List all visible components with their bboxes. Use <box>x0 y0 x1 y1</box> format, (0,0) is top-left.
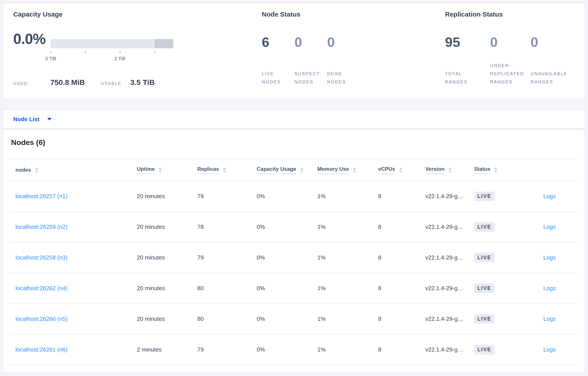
node-status-section: Node Status 6 LIVE NODES 0 SUSPECT NODES… <box>262 10 416 86</box>
sort-arrows-icon[interactable] <box>353 167 356 173</box>
uptime-cell: 20 minutes <box>137 254 197 261</box>
stat-value: 0 <box>531 35 538 49</box>
replicas-cell: 80 <box>197 315 257 322</box>
uptime-cell: 20 minutes <box>137 285 197 292</box>
node-address-link[interactable]: localhost:26258 (n3) <box>15 254 68 261</box>
capacity-usage-section: Capacity Usage 0.0% 0 TiB 2 TiB USED 750… <box>13 10 245 94</box>
memory-use-cell: 1% <box>317 315 378 322</box>
sort-arrows-icon[interactable] <box>300 167 303 173</box>
column-header-replicas[interactable]: Replicas <box>197 166 257 174</box>
node-address-link[interactable]: localhost:26260 (n5) <box>15 315 68 322</box>
capacity-usage-cell: 0% <box>257 254 317 261</box>
vcpus-cell: 8 <box>378 315 425 322</box>
logs-link[interactable]: Logs <box>543 285 556 292</box>
table-row: localhost:26261 (n6) 2 minutes 79 0% 1% … <box>9 334 579 365</box>
memory-use-cell: 1% <box>317 285 378 292</box>
uptime-cell: 20 minutes <box>137 315 197 322</box>
capacity-usage-cell: 0% <box>257 315 317 322</box>
stat-label: UNAVAILABLE RANGES <box>531 70 567 86</box>
capacity-usage-bar-chart: 0 TiB 2 TiB <box>51 39 173 70</box>
summary-stat: 6 LIVE NODES <box>262 35 294 86</box>
stat-label: SUSPECT NODES <box>294 70 320 86</box>
version-cell: v22.1.4-29-g… <box>425 315 474 322</box>
cluster-overview-page: Capacity Usage 0.0% 0 TiB 2 TiB USED 750… <box>0 0 588 376</box>
sort-arrows-icon[interactable] <box>494 167 497 173</box>
nodes-table-panel: Nodes (6) nodes Uptime Replicas Capacity… <box>3 129 585 373</box>
capacity-usage-cell: 0% <box>257 193 317 200</box>
sort-arrows-icon[interactable] <box>399 167 402 173</box>
summary-stat: 0 UNDER-REPLICATED RANGES <box>490 35 531 86</box>
column-header-capacity-usage[interactable]: Capacity Usage <box>257 166 317 174</box>
logs-link[interactable]: Logs <box>543 346 556 353</box>
replication-status-title: Replication Status <box>445 10 582 18</box>
memory-use-cell: 1% <box>317 346 378 353</box>
summary-stat: 0 DEAD NODES <box>327 35 360 86</box>
logs-link[interactable]: Logs <box>543 254 556 261</box>
column-header-status[interactable]: Status <box>474 166 521 174</box>
stat-label: LIVE NODES <box>262 70 281 86</box>
replication-status-section: Replication Status 95 TOTAL RANGES 0 UND… <box>445 10 582 86</box>
summary-stat: 95 TOTAL RANGES <box>445 35 490 86</box>
summary-stat: 0 UNAVAILABLE RANGES <box>531 35 582 86</box>
sort-arrows-icon[interactable] <box>223 167 226 173</box>
column-header-memory-use[interactable]: Memory Use <box>317 166 378 174</box>
node-status-stats: 6 LIVE NODES 0 SUSPECT NODES 0 DEAD NODE… <box>262 35 416 86</box>
vcpus-cell: 8 <box>378 285 425 292</box>
sort-arrows-icon[interactable] <box>35 167 38 173</box>
status-badge: LIVE <box>474 345 495 354</box>
logs-link[interactable]: Logs <box>543 193 556 199</box>
used-value: 750.8 MiB <box>50 78 101 87</box>
table-row: localhost:26258 (n3) 20 minutes 79 0% 1%… <box>9 242 579 273</box>
table-row: localhost:26259 (n2) 20 minutes 78 0% 1%… <box>9 212 579 242</box>
memory-use-cell: 1% <box>317 224 378 230</box>
axis-tick <box>85 51 86 54</box>
stat-value: 6 <box>262 35 269 49</box>
sort-arrows-icon[interactable] <box>449 167 452 173</box>
uptime-cell: 20 minutes <box>137 224 197 230</box>
used-label: USED <box>13 81 50 86</box>
node-address-link[interactable]: localhost:26259 (n2) <box>15 224 68 230</box>
logs-link[interactable]: Logs <box>543 224 556 230</box>
caret-down-icon[interactable] <box>47 118 52 120</box>
node-status-title: Node Status <box>262 10 416 18</box>
uptime-cell: 2 minutes <box>137 346 197 353</box>
node-address-link[interactable]: localhost:26262 (n4) <box>15 285 68 292</box>
table-header-row: nodes Uptime Replicas Capacity Usage Mem… <box>9 159 579 181</box>
stat-value: 0 <box>490 35 497 49</box>
stat-label: DEAD NODES <box>327 70 346 86</box>
replicas-cell: 79 <box>197 193 257 200</box>
axis-tick <box>155 51 155 54</box>
vcpus-cell: 8 <box>378 346 425 353</box>
status-badge: LIVE <box>474 253 495 262</box>
status-badge: LIVE <box>474 314 495 324</box>
memory-use-cell: 1% <box>317 254 378 261</box>
table-row: localhost:26257 (n1) 20 minutes 79 0% 1%… <box>9 181 579 212</box>
table-row: localhost:26262 (n4) 20 minutes 80 0% 1%… <box>9 273 579 304</box>
capacity-bar <box>51 39 173 48</box>
capacity-usage-title: Capacity Usage <box>13 10 245 18</box>
sort-arrows-icon[interactable] <box>159 167 162 173</box>
axis-tick-label: 2 TiB <box>114 56 125 62</box>
node-list-dropdown[interactable]: Node List <box>13 116 39 123</box>
version-cell: v22.1.4-29-g… <box>425 254 474 261</box>
column-header-uptime[interactable]: Uptime <box>137 166 197 174</box>
column-header-vcpus[interactable]: vCPUs <box>378 166 425 174</box>
usable-value: 3.5 TiB <box>130 78 155 87</box>
vcpus-cell: 8 <box>378 254 425 261</box>
stat-label: TOTAL RANGES <box>445 70 467 86</box>
node-address-link[interactable]: localhost:26261 (n6) <box>15 346 68 353</box>
axis-tick <box>51 51 51 54</box>
nodes-table-title: Nodes (6) <box>11 138 585 147</box>
summary-stat: 0 SUSPECT NODES <box>294 35 327 86</box>
capacity-usage-cell: 0% <box>257 346 317 353</box>
stat-value: 0 <box>294 35 302 49</box>
vcpus-cell: 8 <box>378 224 425 230</box>
column-header-nodes[interactable]: nodes <box>9 167 137 173</box>
status-badge: LIVE <box>474 283 495 293</box>
version-cell: v22.1.4-29-g… <box>425 346 474 353</box>
stat-value: 0 <box>327 35 335 49</box>
logs-link[interactable]: Logs <box>543 315 556 322</box>
column-header-version[interactable]: Version <box>425 166 474 174</box>
node-address-link[interactable]: localhost:26257 (n1) <box>15 193 68 199</box>
vcpus-cell: 8 <box>378 193 425 200</box>
